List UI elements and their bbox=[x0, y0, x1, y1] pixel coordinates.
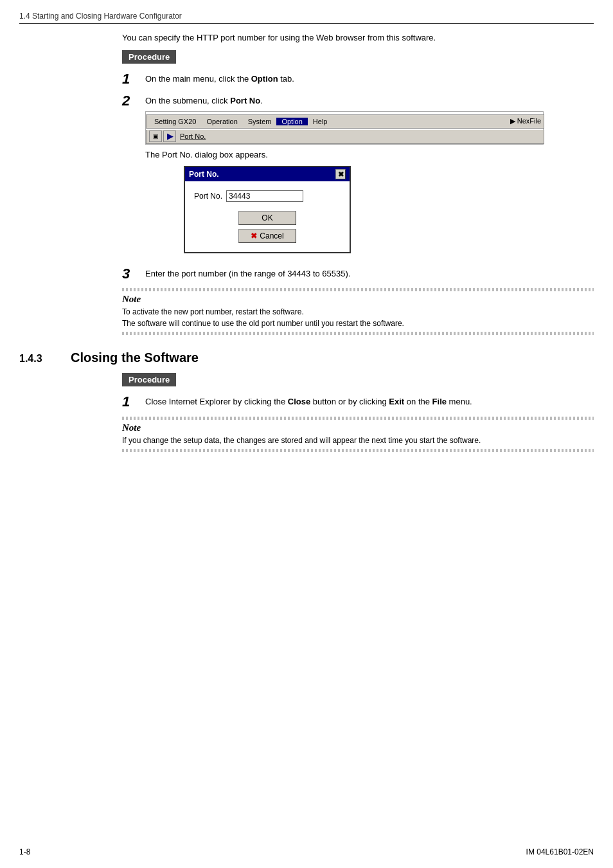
note-content-2: Note If you change the setup data, the c… bbox=[122, 420, 594, 449]
menu-item-system[interactable]: System bbox=[243, 118, 277, 125]
section-title-143: Closing the Software bbox=[71, 350, 199, 365]
portno-icon-box: ▶ bbox=[163, 131, 176, 142]
submenu-label-display: Port No. bbox=[180, 132, 206, 140]
step-content-2: On the submenu, click Port No. Setting G… bbox=[145, 93, 594, 260]
step-content-3: Enter the port number (in the range of 3… bbox=[145, 266, 594, 280]
section-heading-143: 1.4.3 Closing the Software bbox=[19, 350, 594, 365]
display-icon-box: ▣ bbox=[149, 131, 162, 142]
s2-step1-mid: button or by clicking bbox=[310, 397, 389, 406]
note-content-1: Note To activate the new port number, re… bbox=[122, 291, 594, 332]
dialog-titlebar: Port No. ✖ bbox=[185, 167, 350, 181]
portno-icon: ▶ bbox=[167, 132, 173, 141]
menu-item-setting[interactable]: Setting GX20 bbox=[149, 118, 201, 125]
dialog-body: Port No. OK ✖ Cancel bbox=[185, 181, 350, 252]
ok-button[interactable]: OK bbox=[238, 211, 296, 225]
step-content-1: On the main menu, click the Option tab. bbox=[145, 71, 594, 86]
step-number-2: 2 bbox=[122, 93, 145, 109]
steps-area-2: 1 Close Internet Explorer by clicking th… bbox=[122, 394, 594, 410]
page-footer: 1-8 IM 04L61B01-02EN bbox=[19, 847, 594, 856]
icons-row: ▣ ▶ Port No. bbox=[146, 130, 544, 144]
step-number-1: 1 bbox=[122, 71, 145, 87]
display-icon: ▣ bbox=[153, 133, 159, 140]
cancel-label: Cancel bbox=[260, 231, 283, 240]
note-text-2: If you change the setup data, the change… bbox=[122, 435, 594, 446]
s2-step1-mid2: on the bbox=[404, 397, 432, 406]
dialog-caption: The Port No. dialog box appears. bbox=[145, 149, 594, 161]
note-1: Note To activate the new port number, re… bbox=[122, 288, 594, 335]
s2-step1-before: Close Internet Explorer by clicking the bbox=[145, 397, 288, 406]
step1-bold: Option bbox=[251, 74, 278, 84]
note-title-2: Note bbox=[122, 422, 141, 433]
step1-text-after: tab. bbox=[278, 74, 294, 84]
step-2: 2 On the submenu, click Port No. Setting… bbox=[122, 93, 594, 260]
note-text-1: To activate the new port number, restart… bbox=[122, 306, 594, 329]
step-number-2-1: 1 bbox=[122, 394, 145, 410]
step-number-3: 3 bbox=[122, 266, 145, 282]
note-line-1-0: To activate the new port number, restart… bbox=[122, 306, 594, 318]
cancel-x-icon: ✖ bbox=[251, 231, 257, 240]
dialog-title: Port No. bbox=[189, 170, 219, 179]
note-line-1-1: The software will continue to use the ol… bbox=[122, 318, 594, 329]
step2-text-after: . bbox=[260, 96, 263, 105]
procedure-box-1: Procedure bbox=[122, 50, 176, 64]
note-stripe-bottom-1 bbox=[122, 332, 594, 335]
menu-item-help[interactable]: Help bbox=[308, 118, 333, 125]
s2-step1-bold3: File bbox=[432, 397, 447, 406]
step-content-2-1: Close Internet Explorer by clicking the … bbox=[145, 394, 594, 408]
step2-bold: Port No bbox=[230, 96, 260, 105]
step-3: 3 Enter the port number (in the range of… bbox=[122, 266, 594, 282]
dialog-area: Port No. ✖ Port No. OK ✖ bbox=[184, 166, 594, 253]
s2-step1-bold1: Close bbox=[288, 397, 310, 406]
port-no-dialog: Port No. ✖ Port No. OK ✖ bbox=[184, 166, 351, 253]
intro-text: You can specify the HTTP port number for… bbox=[122, 33, 594, 42]
menu-right-label: ▶ NexFile bbox=[510, 117, 541, 125]
port-no-label: Port No. bbox=[194, 192, 222, 201]
port-no-input[interactable] bbox=[226, 190, 303, 202]
s2-step1-bold2: Exit bbox=[389, 397, 404, 406]
s2-step1-after: menu. bbox=[447, 397, 472, 406]
menu-item-option[interactable]: Option bbox=[276, 118, 307, 125]
breadcrumb: 1.4 Starting and Closing Hardware Config… bbox=[19, 12, 182, 21]
step3-text: Enter the port number (in the range of 3… bbox=[145, 267, 594, 280]
page-number: 1-8 bbox=[19, 847, 30, 856]
port-no-field-row: Port No. bbox=[194, 190, 341, 202]
dialog-close-button[interactable]: ✖ bbox=[335, 169, 346, 179]
dialog-buttons: OK ✖ Cancel bbox=[194, 211, 341, 243]
menu-item-operation[interactable]: Operation bbox=[201, 118, 242, 125]
note-2: Note If you change the setup data, the c… bbox=[122, 417, 594, 452]
doc-id: IM 04L61B01-02EN bbox=[526, 847, 594, 856]
step2-text-before: On the submenu, click bbox=[145, 96, 230, 105]
step-2-1: 1 Close Internet Explorer by clicking th… bbox=[122, 394, 594, 410]
note-title-1: Note bbox=[122, 294, 141, 304]
step-1: 1 On the main menu, click the Option tab… bbox=[122, 71, 594, 87]
page-header: 1.4 Starting and Closing Hardware Config… bbox=[19, 12, 594, 24]
cancel-button[interactable]: ✖ Cancel bbox=[238, 229, 296, 243]
steps-area-1: 1 On the main menu, click the Option tab… bbox=[122, 71, 594, 282]
page-container: 1.4 Starting and Closing Hardware Config… bbox=[0, 0, 613, 868]
procedure-box-2: Procedure bbox=[122, 373, 176, 386]
menu-bar: Setting GX20 Operation System Option Hel… bbox=[146, 114, 544, 129]
note-stripe-bottom-2 bbox=[122, 449, 594, 452]
section-number-143: 1.4.3 bbox=[19, 353, 71, 365]
submenu-screenshot: Setting GX20 Operation System Option Hel… bbox=[145, 111, 544, 145]
step1-text-before: On the main menu, click the bbox=[145, 74, 251, 84]
note-line-2-0: If you change the setup data, the change… bbox=[122, 435, 594, 446]
